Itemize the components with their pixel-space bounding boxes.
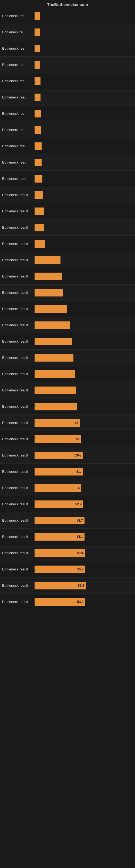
- bar-value: 50: [76, 437, 79, 441]
- bar-container: [35, 208, 133, 215]
- bar-container: [35, 94, 133, 101]
- table-row: Bottleneck result55%: [0, 545, 135, 561]
- table-row: Bottleneck result49: [0, 415, 135, 431]
- row-label: Bottleneck resu: [2, 144, 35, 148]
- bar: [35, 273, 62, 280]
- row-label: Bottleneck result: [2, 584, 35, 588]
- row-label: Bottleneck result: [2, 209, 35, 213]
- bar: [35, 256, 60, 264]
- table-row: Bottleneck res: [0, 73, 135, 89]
- table-row: Bottleneck result: [0, 268, 135, 284]
- bar-container: [35, 61, 133, 69]
- header: TheBottlenecker.com: [0, 0, 135, 8]
- table-row: Bottleneck result: [0, 284, 135, 301]
- bar-container: [35, 12, 133, 20]
- bar: 55.3: [35, 565, 85, 573]
- table-row: Bottleneck result54.7: [0, 513, 135, 529]
- bar: [35, 143, 42, 150]
- table-row: Bottleneck resu: [0, 170, 135, 187]
- bar-container: 50: [35, 435, 133, 443]
- bar-container: [35, 159, 133, 166]
- bar-container: [35, 110, 133, 118]
- row-label: Bottleneck res: [2, 14, 35, 18]
- row-label: Bottleneck result: [2, 225, 35, 229]
- row-label: Bottleneck resu: [2, 160, 35, 164]
- bar-container: [35, 29, 133, 36]
- row-label: Bottleneck result: [2, 258, 35, 262]
- table-row: Bottleneck result: [0, 350, 135, 366]
- bar-container: [35, 77, 133, 85]
- bar-value: 52.9: [75, 502, 82, 506]
- row-label: Bottleneck res: [2, 63, 35, 67]
- bar-value: 53%: [75, 454, 81, 457]
- bar-container: [35, 289, 133, 297]
- bar-container: 54.7: [35, 517, 133, 524]
- bar: [35, 12, 40, 20]
- table-row: Bottleneck result: [0, 301, 135, 317]
- bar-container: [35, 45, 133, 52]
- table-row: Bottleneck result: [0, 366, 135, 382]
- bar-container: 52.9: [35, 500, 133, 508]
- table-row: Bottleneck result51.: [0, 464, 135, 480]
- bar: [35, 289, 63, 297]
- bar: 55.9: [35, 582, 86, 589]
- bar-container: [35, 338, 133, 345]
- row-label: Bottleneck result: [2, 339, 35, 343]
- bar: [35, 338, 72, 345]
- row-label: Bottleneck res: [2, 112, 35, 116]
- row-label: Bottleneck result: [2, 421, 35, 425]
- table-row: Bottleneck res: [0, 57, 135, 73]
- row-label: Bottleneck result: [2, 242, 35, 246]
- bar-container: [35, 321, 133, 329]
- bar: 52.9: [35, 500, 83, 508]
- table-row: Bottleneck resu: [0, 138, 135, 154]
- bar-container: 55.9: [35, 582, 133, 589]
- bar-container: [35, 175, 133, 183]
- row-label: Bottleneck result: [2, 486, 35, 490]
- row-label: Bottleneck result: [2, 551, 35, 555]
- bar-container: [35, 224, 133, 231]
- bar-container: 53%: [35, 452, 133, 459]
- table-row: Bottleneck result: [0, 382, 135, 399]
- bar-container: [35, 191, 133, 199]
- row-label: Bottleneck result: [2, 323, 35, 327]
- row-label: Bottleneck res: [2, 79, 35, 83]
- row-label: Bottleneck result: [2, 469, 35, 474]
- table-row: Bottleneck res: [0, 105, 135, 122]
- table-row: Bottleneck res: [0, 122, 135, 138]
- bar-container: [35, 403, 133, 410]
- row-label: Bottleneck result: [2, 372, 35, 376]
- row-label: Bottleneck result: [2, 388, 35, 392]
- row-label: Bottleneck res: [2, 128, 35, 132]
- bar-container: [35, 143, 133, 150]
- bar: [35, 403, 77, 410]
- row-label: Bottleneck re: [2, 30, 35, 34]
- row-label: Bottleneck result: [2, 193, 35, 197]
- bar: 51.: [35, 468, 83, 475]
- table-row: Bottleneck resu: [0, 154, 135, 170]
- bar: [35, 386, 76, 394]
- bar: 49: [35, 419, 80, 427]
- bar-container: [35, 126, 133, 134]
- table-row: Bottleneck result: [0, 252, 135, 268]
- table-row: Bottleneck result: [0, 333, 135, 350]
- bar-value: 53.8: [77, 600, 83, 604]
- bar: [35, 29, 40, 36]
- bar: [35, 208, 44, 215]
- bar: [35, 240, 45, 248]
- table-row: Bottleneck result54.1: [0, 529, 135, 545]
- bar: [35, 94, 41, 101]
- bar: [35, 61, 40, 69]
- table-row: Bottleneck result: [0, 219, 135, 236]
- table-row: Bottleneck result53.8: [0, 594, 135, 610]
- table-row: Bottleneck result55.9: [0, 578, 135, 594]
- table-row: Bottleneck result50: [0, 431, 135, 447]
- table-row: Bottleneck result4: [0, 480, 135, 496]
- bar: [35, 224, 44, 231]
- bar: [35, 175, 42, 183]
- row-label: Bottleneck result: [2, 355, 35, 360]
- table-row: Bottleneck result: [0, 187, 135, 203]
- row-label: Bottleneck result: [2, 437, 35, 441]
- bar-container: [35, 256, 133, 264]
- bar: [35, 321, 70, 329]
